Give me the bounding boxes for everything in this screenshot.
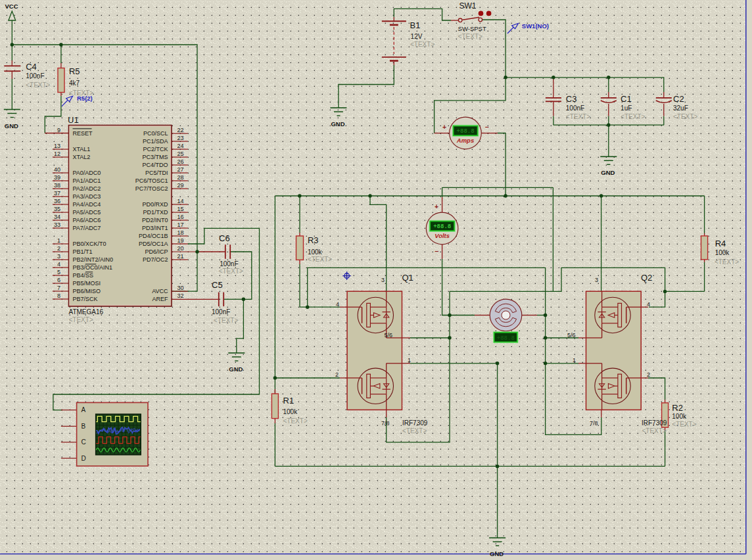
svg-text:PD0/RXD: PD0/RXD (142, 201, 168, 208)
svg-text:PB1/T1: PB1/T1 (73, 248, 93, 255)
svg-text:+: + (435, 202, 438, 210)
svg-text:AREF: AREF (152, 296, 168, 302)
svg-text:PD3/INT1: PD3/INT1 (142, 225, 168, 231)
svg-text:PC0/SCL: PC0/SCL (143, 130, 168, 137)
svg-text:+88.8: +88.8 (497, 335, 515, 342)
svg-text:D: D (82, 455, 86, 462)
svg-text:PA3/ADC3: PA3/ADC3 (73, 193, 101, 200)
svg-text:+88.8: +88.8 (457, 128, 475, 135)
svg-text:PD7/OC2: PD7/OC2 (143, 256, 168, 263)
svg-text:GND: GND (601, 169, 615, 176)
svg-text:28: 28 (177, 174, 184, 181)
svg-text:4: 4 (647, 301, 650, 308)
svg-text:29: 29 (177, 182, 184, 189)
svg-text:R3: R3 (308, 235, 319, 245)
svg-text:<TEXT>: <TEXT> (642, 427, 667, 434)
svg-text:100nF: 100nF (26, 72, 44, 80)
svg-text:7/8: 7/8 (590, 420, 598, 427)
svg-text:PC3/TMS: PC3/TMS (142, 154, 168, 160)
svg-text:<TEXT>: <TEXT> (308, 256, 332, 263)
svg-text:2: 2 (647, 371, 650, 378)
svg-text:12V: 12V (411, 33, 423, 40)
svg-text:25: 25 (177, 151, 184, 157)
svg-text:23: 23 (177, 135, 184, 141)
svg-text:20: 20 (177, 245, 184, 252)
svg-text:GND: GND (229, 365, 243, 373)
svg-text:7/8: 7/8 (381, 420, 390, 427)
svg-text:<TEXT>: <TEXT> (672, 421, 696, 428)
svg-text:7: 7 (57, 285, 60, 291)
svg-text:XTAL1: XTAL1 (73, 146, 91, 152)
svg-text:3: 3 (595, 277, 598, 283)
svg-text:PA5/ADC5: PA5/ADC5 (73, 209, 101, 216)
svg-text:2: 2 (57, 245, 60, 252)
svg-text:PC4/TDO: PC4/TDO (142, 162, 168, 168)
svg-text:27: 27 (177, 166, 184, 173)
svg-text:22: 22 (177, 127, 184, 133)
svg-text:C5: C5 (212, 280, 223, 290)
svg-text:PD6/ICP: PD6/ICP (145, 248, 168, 255)
svg-text:21: 21 (177, 253, 184, 260)
svg-text:18: 18 (177, 229, 184, 236)
svg-text:GND: GND (331, 120, 344, 128)
svg-text:39: 39 (54, 174, 60, 181)
svg-text:+: + (442, 123, 446, 131)
svg-text:SW1: SW1 (459, 1, 476, 11)
svg-text:3: 3 (57, 253, 60, 260)
svg-text:R4: R4 (715, 239, 726, 248)
svg-text:R2: R2 (672, 403, 683, 413)
svg-text:6: 6 (57, 277, 60, 283)
svg-text:PB3/OC0/AIN1: PB3/OC0/AIN1 (73, 264, 113, 271)
svg-text:PC6/TOSC1: PC6/TOSC1 (135, 177, 168, 184)
svg-text:VCC: VCC (5, 3, 18, 10)
svg-text:19: 19 (177, 237, 184, 244)
svg-text:100nF: 100nF (566, 105, 584, 112)
svg-text:PC1/SDA: PC1/SDA (143, 138, 168, 145)
svg-text:PD5/OC1A: PD5/OC1A (139, 241, 168, 247)
svg-text:+88.8: +88.8 (433, 223, 451, 230)
svg-text:100nF: 100nF (212, 308, 230, 315)
svg-text:30: 30 (177, 285, 184, 291)
svg-text:PA6/ADC6: PA6/ADC6 (73, 217, 101, 223)
svg-text:36: 36 (54, 198, 60, 204)
svg-text:Volts: Volts (435, 232, 450, 239)
svg-text:C4: C4 (26, 62, 37, 72)
svg-text:IRF7309: IRF7309 (642, 419, 667, 427)
svg-text:PA0/ADC0: PA0/ADC0 (73, 170, 101, 176)
svg-text:1uF: 1uF (621, 105, 632, 112)
svg-text:R5: R5 (69, 66, 80, 76)
svg-text:IRF7309: IRF7309 (402, 419, 428, 427)
svg-text:5/6: 5/6 (567, 332, 576, 338)
svg-text:8: 8 (57, 292, 60, 299)
svg-text:4: 4 (57, 261, 60, 268)
svg-text:<TEXT>: <TEXT> (410, 41, 435, 48)
svg-text:<TEXT>: <TEXT> (458, 33, 482, 40)
svg-text:PB2/INT2/AIN0: PB2/INT2/AIN0 (73, 256, 114, 263)
svg-text:GND: GND (5, 122, 18, 129)
svg-text:<TEXT>: <TEXT> (283, 417, 308, 425)
svg-text:9: 9 (57, 127, 60, 133)
svg-text:C1: C1 (621, 94, 632, 104)
svg-text:14: 14 (177, 198, 184, 204)
svg-text:AVCC: AVCC (152, 288, 168, 294)
svg-text:Q2: Q2 (641, 273, 652, 283)
svg-text:<TEXT>: <TEXT> (402, 427, 427, 434)
svg-text:1: 1 (573, 357, 576, 363)
svg-text:PB4/SS: PB4/SS (73, 272, 94, 279)
svg-text:Amps: Amps (456, 137, 474, 144)
svg-text:17: 17 (177, 222, 184, 228)
svg-text:PD1/TXD: PD1/TXD (143, 209, 168, 216)
svg-text:PB0/XCK/T0: PB0/XCK/T0 (73, 241, 106, 247)
svg-text:<TEXT>: <TEXT> (26, 82, 50, 89)
svg-text:R5(2): R5(2) (77, 95, 93, 102)
svg-text:26: 26 (177, 158, 184, 165)
svg-text:PA4/ADC4: PA4/ADC4 (73, 201, 101, 208)
svg-text:<TEXT>: <TEXT> (214, 317, 238, 324)
svg-text:15: 15 (177, 206, 184, 212)
svg-text:U1: U1 (68, 115, 79, 125)
svg-text:C3: C3 (566, 94, 577, 104)
svg-text:PB6/MISO: PB6/MISO (73, 288, 101, 294)
svg-text:100k: 100k (672, 413, 687, 420)
svg-text:A: A (82, 406, 86, 413)
svg-text:<TEXT>: <TEXT> (69, 316, 93, 323)
